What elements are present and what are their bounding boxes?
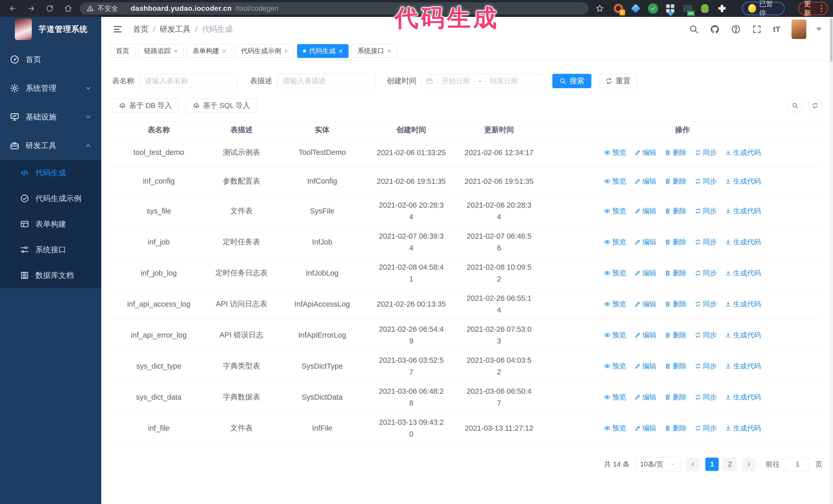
sync-action-link[interactable]: 同步 [695,237,717,247]
page-tab[interactable]: 表单构建 × [187,44,232,58]
generate-code-action-link[interactable]: 生成代码 [725,237,761,247]
end-date-input[interactable] [485,77,523,85]
breadcrumb-parent[interactable]: 研发工具 [160,24,190,34]
preview-action-link[interactable]: 预览 [604,331,626,340]
table-row[interactable]: inf_job_log 定时任务日志表 InfJobLog 2021-02-08… [112,258,822,289]
preview-action-link[interactable]: 预览 [604,299,626,309]
breadcrumb-home[interactable]: 首页 [133,24,148,34]
edit-action-link[interactable]: 编辑 [634,424,657,433]
delete-action-link[interactable]: 删除 [665,424,687,433]
table-desc-input[interactable] [277,74,376,88]
extension-orange-icon[interactable]: 1 [613,3,623,14]
preview-action-link[interactable]: 预览 [604,237,626,247]
sync-action-link[interactable]: 同步 [695,177,717,186]
delete-action-link[interactable]: 删除 [665,331,687,340]
preview-action-link[interactable]: 预览 [604,148,626,157]
generate-code-action-link[interactable]: 生成代码 [725,148,761,157]
table-row[interactable]: inf_config 参数配置表 InfConfig 2021-02-06 19… [112,167,822,196]
profile-paused-badge[interactable]: 已暂停 [742,2,785,15]
generate-code-action-link[interactable]: 生成代码 [725,331,761,340]
preview-action-link[interactable]: 预览 [604,392,626,402]
sidebar-menu-item[interactable]: 首页 [0,45,101,74]
extension-green-icon[interactable] [700,3,710,14]
sidebar-menu-item[interactable]: 系统管理 [0,74,101,102]
edit-action-link[interactable]: 编辑 [634,148,657,157]
sidebar-menu-item[interactable]: 研发工具 [0,131,101,160]
search-button[interactable]: 搜索 [552,74,591,88]
scrollbar-thumb[interactable] [830,19,832,62]
prev-page-button[interactable] [686,458,700,471]
table-row[interactable]: inf_api_access_log API 访问日志表 InfApiAcces… [112,289,822,320]
sidebar-submenu-item[interactable]: 数据库文档 [0,263,101,288]
preview-action-link[interactable]: 预览 [604,361,626,371]
delete-action-link[interactable]: 删除 [665,361,687,371]
delete-action-link[interactable]: 删除 [665,207,687,216]
generate-code-action-link[interactable]: 生成代码 [725,299,761,309]
page-size-select[interactable]: 10条/页 [635,457,681,472]
table-row[interactable]: sys_dict_data 字典数据表 SysDictData 2021-03-… [112,382,822,413]
close-tab-icon[interactable]: × [222,48,226,54]
generate-code-action-link[interactable]: 生成代码 [725,268,761,278]
refresh-table-button[interactable] [808,98,822,113]
generate-code-action-link[interactable]: 生成代码 [725,177,761,186]
page-scrollbar[interactable] [829,17,833,504]
edit-action-link[interactable]: 编辑 [634,268,657,278]
table-row[interactable]: tool_test_demo 测试示例表 ToolTestDemo 2021-0… [112,138,822,167]
table-row[interactable]: sys_dict_type 字典类型表 SysDictType 2021-03-… [112,351,822,382]
preview-action-link[interactable]: 预览 [604,268,626,278]
home-icon[interactable] [64,4,72,13]
generate-code-action-link[interactable]: 生成代码 [725,424,761,433]
back-icon[interactable] [9,4,17,13]
sidebar-toggle-button[interactable] [113,25,123,34]
table-row[interactable]: inf_job 定时任务表 InfJob 2021-02-07 06:39:3 … [112,226,822,258]
next-page-button[interactable] [742,458,756,471]
browser-update-button[interactable]: 更新 [799,2,828,15]
start-date-input[interactable] [437,77,475,85]
sidebar-submenu-item[interactable]: 表单构建 [0,211,101,237]
delete-action-link[interactable]: 删除 [665,392,687,402]
goto-page-input[interactable] [785,457,810,472]
page-tab[interactable]: 代码生成示例 × [235,44,294,58]
address-bar[interactable]: 不安全 dashboard.yudao.iocoder.cn/tool/code… [80,2,589,15]
search-icon[interactable] [689,24,699,34]
date-range-picker[interactable]: - [421,74,544,88]
reset-button[interactable]: 重置 [598,74,638,88]
generate-code-action-link[interactable]: 生成代码 [725,207,761,216]
extension-gem-icon[interactable] [631,3,641,14]
edit-action-link[interactable]: 编辑 [634,361,657,371]
sidebar-menu-item[interactable]: 基础设施 [0,102,101,131]
sync-action-link[interactable]: 同步 [695,331,717,340]
extension-check-icon[interactable] [648,3,658,14]
generate-code-action-link[interactable]: 生成代码 [725,361,761,371]
reload-icon[interactable] [46,4,54,13]
extension-dark-icon[interactable]: on [683,3,693,14]
edit-action-link[interactable]: 编辑 [634,237,657,247]
delete-action-link[interactable]: 删除 [665,268,687,278]
avatar[interactable] [791,20,806,39]
delete-action-link[interactable]: 删除 [665,299,687,309]
page-tab[interactable]: 链路追踪 × [138,44,184,58]
page-number-button[interactable]: 2 [723,458,737,471]
sync-action-link[interactable]: 同步 [695,392,717,402]
sidebar-submenu-item[interactable]: 代码生成 [0,160,101,186]
preview-action-link[interactable]: 预览 [604,177,626,186]
close-tab-icon[interactable]: × [339,48,343,54]
import-db-button[interactable]: 基于 DB 导入 [112,99,178,113]
forward-icon[interactable] [27,4,35,13]
sidebar-submenu-item[interactable]: 代码生成示例 [0,186,101,211]
page-tab[interactable]: 系统接口 × [352,44,397,58]
sync-action-link[interactable]: 同步 [695,207,717,216]
help-icon[interactable] [731,24,741,34]
sync-action-link[interactable]: 同步 [695,361,717,371]
edit-action-link[interactable]: 编辑 [634,299,657,309]
close-tab-icon[interactable]: × [284,48,288,54]
delete-action-link[interactable]: 删除 [665,237,687,247]
delete-action-link[interactable]: 删除 [665,177,687,186]
import-sql-button[interactable]: 基于 SQL 导入 [186,99,257,113]
page-number-button[interactable]: 1 [705,458,719,471]
table-row[interactable]: inf_api_error_log API 错误日志 InfApiErrorLo… [112,320,822,351]
table-row[interactable]: sys_file 文件表 SysFile 2021-02-06 20:28:3 … [112,196,822,226]
edit-action-link[interactable]: 编辑 [634,177,657,186]
sync-action-link[interactable]: 同步 [695,424,717,433]
close-tab-icon[interactable]: × [387,48,391,54]
